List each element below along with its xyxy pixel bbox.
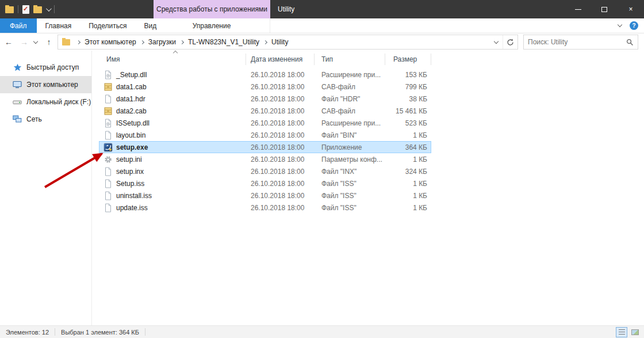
history-chevron-icon[interactable]: [31, 41, 40, 43]
file-name: data2.cab: [116, 107, 147, 115]
file-type: Файл "INX": [315, 168, 385, 176]
file-row-_Setup.dll[interactable]: _Setup.dll26.10.2018 18:00Расширение при…: [99, 69, 431, 81]
column-header-date[interactable]: Дата изменения: [246, 54, 315, 65]
file-icon-page: [103, 94, 113, 104]
window-controls: ×: [565, 0, 644, 18]
sidebar-item-local-disk-f[interactable]: Локальный диск (F:): [0, 93, 91, 111]
chevron-down-icon[interactable]: [46, 6, 52, 12]
file-icon-gear: [103, 155, 113, 164]
file-icon-cab: [103, 107, 113, 116]
search-icon: [626, 39, 634, 46]
items-count: Элементов: 12: [6, 329, 49, 336]
breadcrumb-item[interactable]: Загрузки: [148, 38, 176, 46]
address-box[interactable]: Этот компьютерЗагрузкиTL-WN823N_V1_Utili…: [57, 35, 518, 50]
main-content: Быстрый доступЭтот компьютерЛокальный ди…: [0, 51, 644, 325]
file-name: update.iss: [116, 204, 148, 212]
breadcrumb-chevron-icon: [180, 40, 184, 44]
file-row-update.iss[interactable]: update.iss26.10.2018 18:00Файл "ISS"1 КБ: [99, 202, 431, 214]
properties-icon[interactable]: [22, 5, 29, 14]
ribbon-tab-home[interactable]: Главная: [37, 18, 80, 33]
file-type: CAB-файл: [315, 83, 385, 91]
forward-button[interactable]: →: [17, 37, 31, 47]
breadcrumb-chevron-icon: [263, 40, 267, 44]
sidebar-item-label: Сеть: [26, 115, 42, 123]
file-name-cell: setup.inx: [99, 167, 246, 176]
breadcrumb: Этот компьютерЗагрузкиTL-WN823N_V1_Utili…: [72, 38, 288, 46]
search-input[interactable]: [528, 38, 626, 46]
file-row-layout.bin[interactable]: layout.bin26.10.2018 18:00Файл "BIN"1 КБ: [99, 129, 431, 141]
breadcrumb-item[interactable]: Этот компьютер: [85, 38, 136, 46]
folder-icon[interactable]: [5, 6, 14, 13]
ribbon-collapse-chevron-icon[interactable]: [618, 22, 622, 27]
address-dropdown-chevron-icon[interactable]: [490, 35, 503, 49]
ribbon-tab-file[interactable]: Файл: [0, 18, 37, 33]
file-icon-cab: [103, 82, 113, 92]
breadcrumb-item[interactable]: TL-WN823N_V1_Utility: [188, 38, 259, 46]
minimize-button[interactable]: [565, 0, 591, 18]
refresh-icon[interactable]: [503, 35, 518, 49]
file-name: data1.hdr: [116, 95, 145, 103]
file-row-uninstall.iss[interactable]: uninstall.iss26.10.2018 18:00Файл "ISS"1…: [99, 189, 431, 202]
file-row-data2.cab[interactable]: data2.cab26.10.2018 18:00CAB-файл15 461 …: [99, 105, 431, 117]
file-row-data1.hdr[interactable]: data1.hdr26.10.2018 18:00Файл "HDR"38 КБ: [99, 93, 431, 105]
network-icon: [13, 115, 22, 124]
breadcrumb-item[interactable]: Utility: [271, 38, 288, 46]
large-icons-view-button[interactable]: [629, 327, 641, 337]
sidebar-item-quick-access[interactable]: Быстрый доступ: [0, 59, 91, 76]
file-size: 1 КБ: [385, 204, 431, 212]
quick-access-toolbar: [0, 0, 55, 18]
window-title: Utility: [278, 0, 294, 18]
column-header-type[interactable]: Тип: [315, 54, 385, 65]
file-size: 153 КБ: [385, 71, 431, 79]
details-view-button[interactable]: [616, 327, 627, 337]
sidebar-item-network[interactable]: Сеть: [0, 111, 91, 128]
file-name-cell: _Setup.dll: [99, 70, 246, 79]
folder-icon[interactable]: [33, 6, 42, 13]
file-name-cell: uninstall.iss: [99, 191, 246, 200]
file-size: 1 КБ: [385, 192, 431, 200]
file-icon-page: [103, 203, 113, 212]
sidebar-item-this-pc[interactable]: Этот компьютер: [0, 76, 91, 93]
column-header-name[interactable]: Имя: [99, 54, 246, 65]
file-rows: _Setup.dll26.10.2018 18:00Расширение при…: [92, 69, 644, 214]
computer-icon: [13, 80, 22, 89]
breadcrumb-chevron-icon: [140, 40, 144, 44]
file-row-setup.exe[interactable]: setup.exe26.10.2018 18:00Приложение364 К…: [99, 141, 431, 153]
file-row-data1.cab[interactable]: data1.cab26.10.2018 18:00CAB-файл799 КБ: [99, 81, 431, 93]
maximize-button[interactable]: [591, 0, 618, 18]
details-view-icon: [619, 329, 625, 335]
folder-icon: [62, 39, 70, 45]
contextual-tab-group: Средства работы с приложениями: [154, 0, 270, 18]
file-size: 38 КБ: [385, 95, 431, 103]
file-icon-page: [103, 179, 113, 188]
addressbar: ← → ↑ Этот компьютерЗагрузкиTL-WN823N_V1…: [0, 33, 644, 51]
selection-info: Выбран 1 элемент: 364 КБ: [61, 329, 139, 336]
file-date: 26.10.2018 18:00: [246, 83, 315, 91]
file-type: Файл "ISS": [315, 204, 385, 212]
file-row-setup.ini[interactable]: setup.ini26.10.2018 18:00Параметры конф.…: [99, 153, 431, 165]
file-row-setup.inx[interactable]: setup.inx26.10.2018 18:00Файл "INX"324 К…: [99, 165, 431, 177]
large-icons-view-icon: [631, 329, 639, 335]
ribbon-tab-share[interactable]: Поделиться: [80, 18, 135, 33]
help-icon[interactable]: ?: [630, 21, 638, 30]
file-date: 26.10.2018 18:00: [246, 71, 315, 79]
star-icon: [13, 63, 22, 72]
ribbon-tab-manage[interactable]: Управление: [154, 18, 270, 33]
file-size: 1 КБ: [385, 180, 431, 188]
file-name-cell: ISSetup.dll: [99, 119, 246, 128]
sidebar-item-label: Этот компьютер: [26, 81, 78, 89]
file-icon-page: [103, 191, 113, 200]
back-button[interactable]: ←: [0, 37, 17, 47]
breadcrumb-chevron-icon: [76, 40, 80, 44]
file-row-Setup.iss[interactable]: Setup.iss26.10.2018 18:00Файл "ISS"1 КБ: [99, 177, 431, 189]
file-name-cell: data2.cab: [99, 107, 246, 116]
file-row-ISSetup.dll[interactable]: ISSetup.dll26.10.2018 18:00Расширение пр…: [99, 117, 431, 129]
column-header-size[interactable]: Размер: [385, 54, 431, 65]
file-date: 26.10.2018 18:00: [246, 119, 315, 127]
file-icon-page: [103, 131, 113, 140]
close-button[interactable]: ×: [618, 0, 644, 18]
column-headers: ИмяДата измененияТипРазмер: [99, 52, 644, 67]
up-button[interactable]: ↑: [40, 37, 57, 47]
search-box: [523, 35, 638, 50]
sidebar-item-label: Локальный диск (F:): [26, 98, 91, 106]
